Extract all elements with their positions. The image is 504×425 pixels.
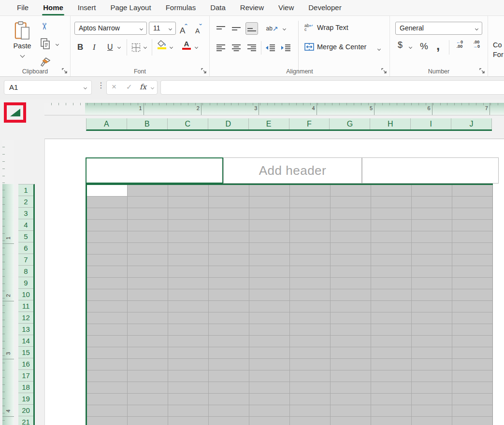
align-left-button[interactable] (215, 41, 227, 54)
column-header-F[interactable]: F (289, 118, 330, 129)
conditional-formatting-label-line2[interactable]: For (493, 51, 504, 58)
column-header-A[interactable]: A (86, 118, 127, 129)
name-box-chevron-icon (84, 86, 87, 89)
column-header-B[interactable]: B (127, 118, 168, 129)
merge-center-chevron-icon[interactable] (377, 47, 381, 51)
page-header-right-section[interactable] (362, 157, 499, 184)
ruler-major-tick (317, 103, 317, 115)
row-header-6[interactable]: 6 (18, 242, 33, 254)
row-header-9[interactable]: 9 (18, 277, 33, 289)
column-header-D[interactable]: D (208, 118, 249, 129)
font-color-button[interactable]: A (182, 40, 191, 55)
fill-color-chevron-icon[interactable] (170, 45, 173, 49)
formula-input[interactable] (160, 80, 504, 95)
row-header-18[interactable]: 18 (18, 382, 33, 393)
column-header-E[interactable]: E (249, 118, 289, 129)
cancel-icon[interactable]: × (112, 82, 116, 92)
selected-cell-a1[interactable] (87, 185, 127, 196)
increase-decimal-button[interactable]: ←0 .00 (452, 40, 467, 49)
row-header-14[interactable]: 14 (18, 335, 33, 347)
number-dialog-launcher-icon[interactable] (479, 68, 485, 74)
middle-align-button[interactable] (230, 22, 243, 35)
divider (127, 39, 127, 56)
decrease-font-size-button[interactable]: Aˇ (195, 23, 202, 35)
column-header-I[interactable]: I (411, 118, 451, 129)
row-header-17[interactable]: 17 (18, 370, 33, 382)
font-color-chevron-icon[interactable] (195, 45, 198, 49)
row-header-21[interactable]: 21 (18, 416, 33, 425)
comma-style-button[interactable]: , (436, 38, 440, 53)
italic-button[interactable]: I (93, 40, 96, 55)
conditional-formatting-label-line1[interactable]: Co (493, 41, 502, 49)
tab-home[interactable]: Home (36, 0, 71, 15)
font-size-select[interactable]: 11 (149, 22, 176, 35)
tab-file[interactable]: File (10, 0, 36, 15)
increase-indent-button[interactable] (279, 41, 292, 54)
select-all-button[interactable] (10, 109, 20, 116)
row-header-10[interactable]: 10 (18, 289, 33, 300)
fill-color-button[interactable] (157, 40, 167, 55)
row-header-20[interactable]: 20 (18, 405, 33, 416)
copy-chevron-icon[interactable] (56, 42, 59, 46)
align-center-button[interactable] (230, 41, 243, 54)
row-header-7[interactable]: 7 (18, 254, 33, 266)
paste-button[interactable]: Paste (8, 20, 37, 68)
decrease-decimal-button[interactable]: .00 →0 (469, 40, 484, 49)
sheet-grid[interactable] (87, 185, 493, 425)
tab-review[interactable]: Review (233, 0, 271, 15)
tab-view[interactable]: View (271, 0, 301, 15)
enter-icon[interactable]: ✓ (126, 83, 132, 91)
increase-font-size-button[interactable]: Aˆ (180, 23, 187, 36)
column-header-J[interactable]: J (451, 118, 492, 129)
orientation-button[interactable]: ab ↗ (264, 22, 280, 35)
font-dialog-launcher-icon[interactable] (201, 68, 207, 74)
row-header-2[interactable]: 2 (18, 196, 33, 208)
bold-button[interactable]: B (77, 40, 83, 55)
tab-formulas[interactable]: Formulas (158, 0, 203, 15)
column-header-H[interactable]: H (370, 118, 411, 129)
borders-button[interactable] (131, 40, 141, 55)
row-header-4[interactable]: 4 (18, 219, 33, 231)
row-header-13[interactable]: 13 (18, 324, 33, 335)
row-header-5[interactable]: 5 (18, 231, 33, 242)
row-header-15[interactable]: 15 (18, 347, 33, 358)
column-header-G[interactable]: G (330, 118, 370, 129)
row-header-19[interactable]: 19 (18, 393, 33, 405)
tab-page-layout[interactable]: Page Layout (103, 0, 158, 15)
cut-button[interactable]: ✂ (39, 23, 50, 30)
insert-function-button[interactable]: fx (140, 83, 146, 91)
number-format-select[interactable]: General (395, 22, 482, 35)
bottom-align-button[interactable] (245, 22, 258, 35)
row-header-1[interactable]: 1 (18, 184, 33, 196)
accounting-chevron-icon[interactable] (409, 45, 412, 49)
page-header-left-section[interactable] (86, 157, 223, 184)
top-align-button[interactable] (215, 22, 227, 35)
tab-data[interactable]: Data (203, 0, 233, 15)
merge-center-button[interactable]: Merge & Center (304, 43, 366, 51)
clipboard-dialog-launcher-icon[interactable] (61, 68, 68, 74)
underline-button[interactable]: U (107, 40, 113, 55)
row-header-16[interactable]: 16 (18, 358, 33, 370)
underline-chevron-icon[interactable] (117, 45, 121, 49)
font-name-select[interactable]: Aptos Narrow (74, 22, 147, 35)
vertical-dots-icon[interactable]: ⋮ (97, 81, 105, 90)
page-header-center-section[interactable]: Add header (223, 157, 362, 184)
borders-chevron-icon[interactable] (144, 45, 147, 49)
row-header-11[interactable]: 11 (18, 300, 33, 312)
row-header-12[interactable]: 12 (18, 312, 33, 324)
row-header-8[interactable]: 8 (18, 266, 33, 277)
tab-developer[interactable]: Developer (301, 0, 348, 15)
row-header-3[interactable]: 3 (18, 208, 33, 219)
column-header-C[interactable]: C (168, 118, 208, 129)
orientation-chevron-icon[interactable] (283, 27, 286, 30)
decrease-indent-button[interactable] (264, 41, 276, 54)
copy-button[interactable] (41, 38, 50, 52)
tab-insert[interactable]: Insert (71, 0, 103, 15)
fx-chevron-icon[interactable] (151, 86, 154, 89)
accounting-format-button[interactable]: $ (398, 40, 403, 50)
alignment-dialog-launcher-icon[interactable] (381, 68, 387, 74)
name-box[interactable]: A1 (4, 80, 92, 95)
wrap-text-button[interactable]: ab↩ c Wrap Text (304, 24, 348, 31)
align-right-button[interactable] (245, 41, 258, 54)
percent-style-button[interactable]: % (420, 41, 428, 52)
